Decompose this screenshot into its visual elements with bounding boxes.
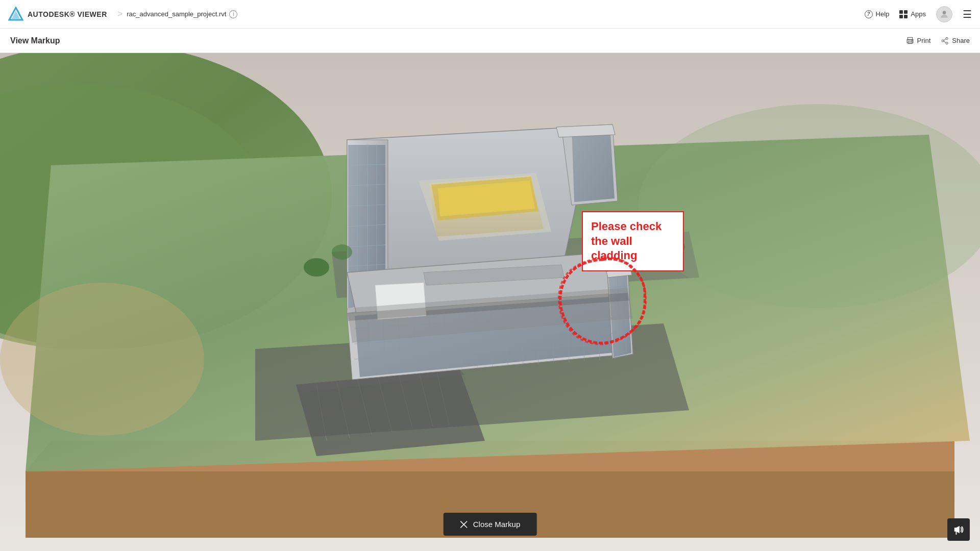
- close-x-icon: [460, 520, 468, 529]
- share-button[interactable]: Share: [941, 37, 970, 45]
- svg-point-8: [942, 40, 944, 42]
- secondary-nav-right: Print Share: [906, 37, 970, 45]
- svg-point-88: [638, 104, 980, 308]
- print-label: Print: [917, 37, 931, 44]
- app-name: AUTODESK® VIEWER: [28, 10, 107, 18]
- print-button[interactable]: Print: [906, 37, 931, 45]
- help-icon: ?: [865, 10, 873, 18]
- apps-grid-icon: [899, 10, 908, 18]
- autodesk-logo-icon: [8, 7, 23, 22]
- breadcrumb-separator: >: [117, 9, 123, 19]
- svg-point-2: [943, 11, 946, 14]
- user-avatar[interactable]: [936, 6, 952, 22]
- info-icon[interactable]: i: [229, 10, 237, 18]
- annotation-text: Please check the wall cladding: [591, 220, 662, 262]
- share-label: Share: [952, 37, 970, 44]
- megaphone-icon: [953, 524, 964, 535]
- avatar-icon: [939, 9, 949, 19]
- close-markup-button[interactable]: Close Markup: [444, 513, 537, 536]
- help-label: Help: [876, 10, 890, 18]
- svg-point-9: [946, 42, 948, 44]
- svg-marker-94: [954, 526, 960, 534]
- share-icon: [941, 37, 949, 45]
- svg-marker-68: [572, 126, 615, 202]
- apps-button[interactable]: Apps: [899, 10, 926, 18]
- svg-point-83: [306, 259, 327, 273]
- hamburger-menu-button[interactable]: ☰: [963, 9, 972, 19]
- svg-line-10: [944, 39, 946, 40]
- svg-line-11: [944, 41, 946, 42]
- close-markup-label: Close Markup: [473, 520, 521, 529]
- autodesk-logo[interactable]: AUTODESK® VIEWER: [8, 7, 107, 22]
- filename-label: rac_advanced_sample_project.rvt: [127, 10, 226, 18]
- svg-rect-3: [908, 37, 912, 40]
- svg-point-89: [0, 283, 204, 436]
- nav-right-controls: ? Help Apps ☰: [865, 6, 972, 22]
- print-icon: [906, 37, 914, 45]
- help-button[interactable]: ? Help: [865, 10, 890, 18]
- markup-annotation-box: Please check the wall cladding: [582, 211, 684, 271]
- svg-marker-69: [556, 124, 615, 137]
- building-scene-svg: [0, 53, 980, 551]
- svg-rect-5: [908, 41, 912, 43]
- view-markup-title: View Markup: [10, 36, 60, 45]
- svg-point-6: [912, 40, 913, 41]
- megaphone-button[interactable]: [947, 518, 970, 541]
- top-navigation: AUTODESK® VIEWER > rac_advanced_sample_p…: [0, 0, 980, 29]
- 3d-viewport[interactable]: Please check the wall cladding Close Mar…: [0, 53, 980, 551]
- apps-label: Apps: [911, 10, 926, 18]
- secondary-navigation: View Markup Print Share: [0, 29, 980, 53]
- svg-point-85: [332, 244, 352, 260]
- svg-point-7: [946, 37, 948, 39]
